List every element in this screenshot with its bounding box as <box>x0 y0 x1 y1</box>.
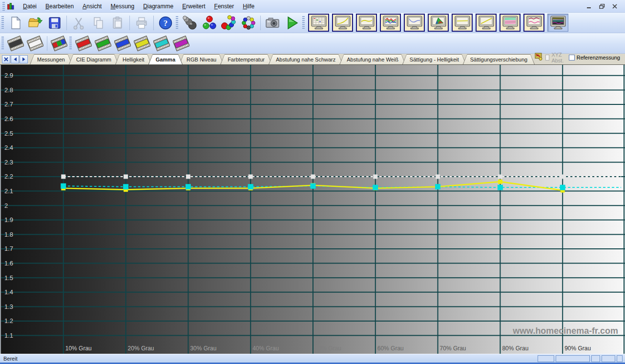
svg-text:30% Grau: 30% Grau <box>190 345 216 352</box>
menu-fenster[interactable]: Fenster <box>210 1 239 12</box>
view-measurements-button[interactable] <box>308 14 329 32</box>
view-near-white-icon <box>478 16 495 30</box>
tab-abstufung-nahe-schwarz[interactable]: Abstufung nahe Schwarz <box>269 54 343 64</box>
run-measure-icon <box>284 15 300 31</box>
close-tab-button[interactable] <box>2 55 10 63</box>
svg-text:1.7: 1.7 <box>4 245 13 252</box>
scroll-tabs-right-button[interactable] <box>20 55 28 63</box>
svg-text:60% Grau: 60% Grau <box>377 345 404 352</box>
run-measure-button[interactable] <box>282 14 302 32</box>
svg-text:1.9: 1.9 <box>4 216 13 223</box>
svg-text:10% Grau: 10% Grau <box>65 345 92 352</box>
tab-sättigung-helligkeit[interactable]: Sättigung - Helligkeit <box>402 54 466 64</box>
restore-button[interactable] <box>598 2 606 10</box>
view-luminance-button[interactable] <box>332 14 353 32</box>
view-cie-diagram-button[interactable] <box>428 14 449 32</box>
free-measure-icon[interactable] <box>535 53 543 62</box>
menu-diagramme[interactable]: Diagramme <box>139 1 178 12</box>
svg-text:70% Grau: 70% Grau <box>440 345 466 352</box>
open-file-button[interactable] <box>25 14 45 32</box>
svg-text:2.6: 2.6 <box>4 115 13 122</box>
menu-bearbeiten[interactable]: Bearbeiten <box>41 1 78 12</box>
status-pane <box>591 355 600 362</box>
reference-measure-checkbox[interactable]: Referenzmessung <box>569 55 620 61</box>
sensor-full-ring-icon <box>241 15 256 31</box>
tab-helligkeit[interactable]: Helligkeit <box>115 54 152 64</box>
tab-options: XYZ Abst. Referenzmessung <box>535 52 623 64</box>
svg-text:2.2: 2.2 <box>4 173 13 180</box>
film-yellow-icon <box>134 35 150 52</box>
menu-erweitert[interactable]: Erweitert <box>178 1 209 12</box>
film-black-icon <box>7 35 24 52</box>
view-color-temp-button[interactable] <box>404 14 425 32</box>
film-green-button[interactable] <box>93 35 113 52</box>
menu-grip-handle[interactable] <box>2 2 5 11</box>
sensor-grayscale-button[interactable] <box>180 14 200 32</box>
view-color-temp-icon <box>406 16 423 30</box>
svg-text:40% Grau: 40% Grau <box>252 345 279 352</box>
toolbar-grip-handle[interactable] <box>1 37 4 50</box>
svg-text:2.5: 2.5 <box>4 130 13 137</box>
print-icon <box>134 16 149 30</box>
status-pane <box>556 355 590 362</box>
film-magenta-button[interactable] <box>171 35 191 52</box>
tab-farbtemperatur[interactable]: Farbtemperatur <box>220 54 272 64</box>
svg-text:1.2: 1.2 <box>4 317 13 324</box>
menu-messung[interactable]: Messung <box>106 1 139 12</box>
new-file-button[interactable] <box>6 14 25 32</box>
film-blue-icon <box>114 35 131 52</box>
toolbar-grip-handle[interactable] <box>1 16 4 30</box>
view-rgb-levels-button[interactable] <box>380 14 401 32</box>
film-red-button[interactable] <box>74 35 93 52</box>
svg-text:2: 2 <box>4 202 8 209</box>
tab-abstufung-nahe-weiß[interactable]: Abstufung nahe Weiß <box>339 54 406 64</box>
tab-messungen[interactable]: Messungen <box>30 54 72 64</box>
xyz-distance-label: XYZ Abst. <box>551 52 566 63</box>
sensor-secondaries-button[interactable] <box>219 14 239 32</box>
sensor-full-ring-button[interactable] <box>239 14 258 32</box>
status-pane <box>617 355 623 362</box>
toolbar-grip-handle[interactable] <box>69 37 72 50</box>
toolbar-separator <box>129 16 130 30</box>
menu-ansicht[interactable]: Ansicht <box>78 1 106 12</box>
toolbar-grip-handle[interactable] <box>176 16 178 30</box>
help-button[interactable]: ? <box>156 14 175 32</box>
app-logo-icon <box>7 2 16 11</box>
tab-gamma[interactable]: Gamma <box>148 54 183 64</box>
film-yellow-button[interactable] <box>132 35 152 52</box>
film-cyan-button[interactable] <box>152 35 171 52</box>
view-saturation-luminance-icon <box>502 16 519 30</box>
capture-button[interactable] <box>263 14 282 32</box>
sensor-primaries-button[interactable] <box>200 14 219 32</box>
film-white-icon <box>27 35 43 52</box>
view-near-white-button[interactable] <box>476 14 497 32</box>
tab-rgb-niveau[interactable]: RGB Niveau <box>179 54 224 64</box>
film-white-button[interactable] <box>25 35 45 52</box>
menu-datei[interactable]: Datei <box>19 1 41 12</box>
view-gamma-button[interactable] <box>356 14 377 32</box>
view-near-black-button[interactable] <box>452 14 473 32</box>
tab-cie-diagramm[interactable]: CIE Diagramm <box>69 54 119 64</box>
xyz-distance-checkbox: XYZ Abst. <box>545 52 566 63</box>
capture-icon <box>265 15 280 31</box>
svg-text:1.5: 1.5 <box>4 274 13 282</box>
view-saturation-luminance-button[interactable] <box>500 14 521 32</box>
film-blue-button[interactable] <box>113 35 132 52</box>
toolbar-group: ? <box>1 13 175 33</box>
sensor-grayscale-icon <box>182 15 198 31</box>
view-all-graphs-button[interactable] <box>547 14 568 32</box>
reference-measure-checkbox-box[interactable] <box>569 55 575 61</box>
save-file-button[interactable] <box>45 14 64 32</box>
menu-hilfe[interactable]: Hilfe <box>238 1 259 12</box>
minimize-button[interactable] <box>585 2 594 10</box>
copy-button <box>88 14 108 32</box>
view-saturation-shift-button[interactable] <box>523 14 544 32</box>
toolbar-group <box>69 33 191 53</box>
tab-sättigungsverschiebung[interactable]: Sättigungsverschiebung <box>463 54 535 64</box>
scroll-tabs-left-button[interactable] <box>11 55 19 63</box>
copy-icon <box>91 16 105 30</box>
film-black-button[interactable] <box>6 35 25 52</box>
film-rgb-button[interactable] <box>49 35 69 52</box>
close-button[interactable] <box>610 2 619 10</box>
toolbar-grip-handle[interactable] <box>302 16 305 30</box>
